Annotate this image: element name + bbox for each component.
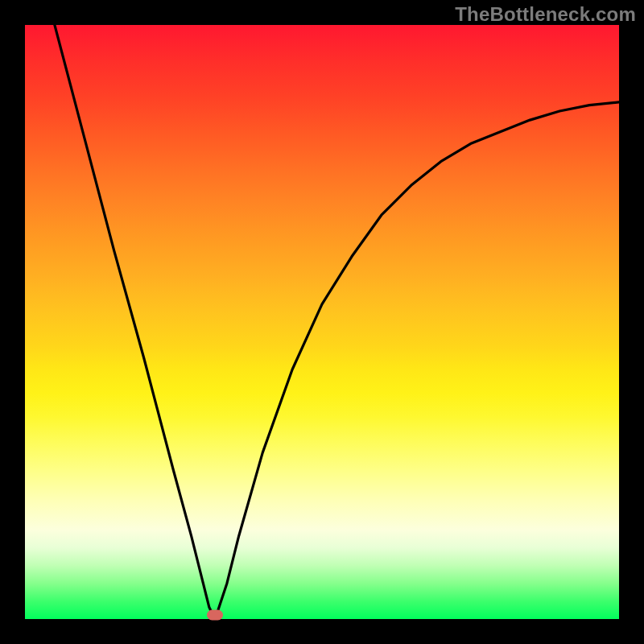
plot-area xyxy=(25,25,619,619)
optimal-marker xyxy=(207,610,223,621)
attribution-text: TheBottleneck.com xyxy=(455,3,636,26)
chart-frame: TheBottleneck.com xyxy=(0,0,644,644)
bottleneck-curve xyxy=(25,25,619,619)
curve-path xyxy=(55,25,619,619)
